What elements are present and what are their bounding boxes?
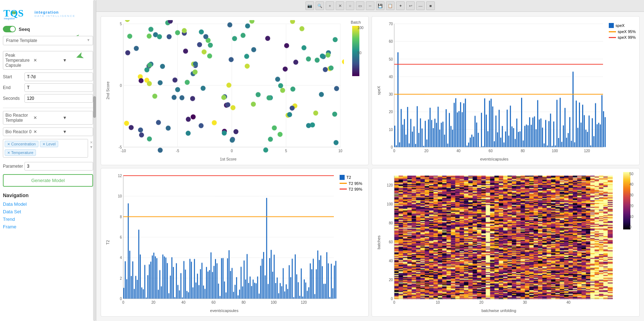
end-input[interactable]: T — [24, 83, 93, 92]
toolbar-copy[interactable]: 📋 — [386, 1, 395, 10]
spex-legend-bar-icon — [609, 23, 614, 28]
capsule-clear[interactable]: ✕ — [33, 58, 61, 63]
toolbar-camera[interactable]: 📷 — [305, 1, 314, 10]
main-content: 📷 🔍 + ✕ ○ ▭ ↔ 💾 📋 ✦ ↩ — ■ 2nd Score 1st … — [96, 0, 644, 321]
nav-data-set[interactable]: Data Set — [3, 208, 93, 215]
scatter-chart-panel: 2nd Score 1st Score Batch 100 50 — [101, 16, 369, 165]
charts-area: 2nd Score 1st Score Batch 100 50 — [96, 12, 644, 321]
spex-x-label: events\capsules — [383, 157, 606, 161]
toolbar-undo[interactable]: ↩ — [406, 1, 415, 10]
bio-reactor-selector[interactable]: Bio Reactor 0 ✕ ▼ — [3, 127, 93, 136]
toolbar: 📷 🔍 + ✕ ○ ▭ ↔ 💾 📋 ✦ ↩ — ■ — [96, 0, 644, 12]
bio-reactor-clear[interactable]: ✕ — [33, 129, 61, 134]
sidebar: T Q S › integration integration DATA INT… — [0, 0, 96, 321]
start-row: Start T-7d — [3, 73, 93, 81]
scatter-legend-title: Batch — [351, 20, 361, 24]
tag-level-x[interactable]: ✕ — [42, 142, 45, 146]
toolbar-cross[interactable]: ✕ — [336, 1, 344, 10]
seeq-toggle[interactable] — [3, 26, 16, 32]
end-label: End — [3, 85, 24, 90]
bio-reactor-template-selector[interactable]: Bio Reactor Template ✕ ▼ — [3, 111, 93, 125]
heatmap-panel: batches batchwise unfolding 50 40 30 20 … — [372, 168, 640, 317]
tag-level[interactable]: ✕ Level — [40, 141, 58, 147]
scatter-y-label: 2nd Score — [106, 82, 110, 99]
tag-concentration-x[interactable]: ✕ — [7, 142, 10, 146]
tag-concentration[interactable]: ✕ Concentration — [5, 141, 38, 147]
spex-y-label: speX — [377, 86, 381, 95]
spex-legend: speX speX 95% speX 99% — [609, 20, 636, 161]
t2-legend: T2 T2 95% T2 99% — [340, 172, 365, 313]
toolbar-circle[interactable]: ○ — [346, 1, 354, 10]
spex-legend-95-icon — [609, 31, 616, 32]
logo-area: T Q S › integration integration DATA INT… — [3, 3, 93, 26]
scatter-x-label: 1st Score — [112, 157, 344, 161]
parameter-input[interactable]: 3 — [24, 162, 93, 171]
legend-mid: 50 — [358, 51, 364, 55]
spex-legend-99: speX 99% — [609, 35, 636, 39]
nav-frame[interactable]: Frame — [3, 223, 93, 231]
nav-title: Navigation — [3, 192, 93, 198]
tags-clear[interactable]: ✕ — [90, 140, 93, 144]
bio-reactor-template-arrow[interactable]: ▼ — [63, 115, 91, 120]
t2-chart-panel: T2 events\capsules T2 T2 95% — [101, 168, 369, 317]
bio-reactor-value: Bio Reactor 0 — [5, 129, 33, 134]
toolbar-rect[interactable]: ▭ — [356, 1, 364, 10]
frame-template-select[interactable]: Frame Template — [3, 36, 93, 45]
bio-reactor-template-value: Bio Reactor Template — [5, 113, 33, 123]
spex-chart-panel: speX events\capsules speX speX 95% — [372, 16, 640, 165]
parameter-label: Parameter — [3, 164, 24, 169]
t2-x-label: events\capsules — [112, 308, 337, 313]
nav-trend[interactable]: Trend — [3, 215, 93, 223]
svg-text:integration: integration — [4, 17, 15, 20]
heatmap-canvas — [383, 172, 615, 308]
toolbar-arrows[interactable]: ↔ — [366, 1, 374, 10]
capsule-value: Peak Temperature Capsule — [5, 53, 33, 68]
seconds-label: Seconds — [3, 96, 24, 101]
tqs-logo: T Q S › integration — [3, 5, 32, 22]
tags-arrow[interactable]: ▼ — [89, 145, 93, 149]
svg-text:S: S — [18, 8, 23, 19]
start-input[interactable]: T-7d — [24, 73, 93, 81]
end-row: End T — [3, 83, 93, 92]
generate-model-button[interactable]: Generate Model — [3, 174, 93, 187]
start-label: Start — [3, 74, 24, 79]
heatmap-legend: 50 40 30 20 10 0 — [618, 172, 636, 313]
seconds-input[interactable]: 120 — [24, 94, 93, 103]
svg-text:T: T — [3, 8, 10, 19]
t2-legend-99-icon — [340, 189, 347, 190]
tag-temperature[interactable]: ✕ Temperature — [5, 149, 36, 156]
seconds-row: Seconds 120 — [3, 94, 93, 103]
heatmap-x-label: batchwise unfolding — [383, 308, 615, 313]
divider-1 — [3, 108, 93, 108]
t2-canvas — [112, 172, 337, 308]
tag-temperature-x[interactable]: ✕ — [7, 151, 10, 155]
tag-temperature-label: Temperature — [11, 150, 33, 155]
toolbar-save[interactable]: 💾 — [376, 1, 385, 10]
bio-reactor-arrow[interactable]: ▼ — [63, 129, 91, 134]
tag-level-label: Level — [46, 142, 56, 146]
svg-point-3 — [12, 11, 16, 14]
toolbar-zoom[interactable]: 🔍 — [316, 1, 324, 10]
tags-container: ✕ Concentration ✕ Level ✕ Temperature — [3, 139, 88, 158]
toolbar-star[interactable]: ✦ — [396, 1, 405, 10]
seeq-label: Seeq — [19, 27, 30, 32]
spex-legend-95: speX 95% — [609, 29, 636, 34]
toolbar-minus[interactable]: — — [416, 1, 425, 10]
scatter-legend: Batch 100 50 — [347, 20, 365, 161]
navigation-section: Navigation Data Model Data Set Trend Fra… — [3, 192, 93, 231]
spex-legend-99-icon — [609, 37, 616, 38]
nav-data-model[interactable]: Data Model — [3, 200, 93, 208]
svg-text:›: › — [13, 12, 14, 14]
spex-legend-bar: speX — [609, 23, 636, 28]
toolbar-square[interactable]: ■ — [426, 1, 435, 10]
legend-max: 100 — [358, 26, 364, 30]
t2-legend-95-icon — [340, 183, 347, 184]
toolbar-plus[interactable]: + — [326, 1, 334, 10]
sidebar-scrollbar[interactable] — [93, 0, 96, 321]
heatmap-y-label: batches — [377, 235, 381, 249]
bio-reactor-template-clear[interactable]: ✕ — [33, 115, 61, 120]
parameter-row: Parameter 3 — [3, 162, 93, 171]
t2-legend-bar: T2 — [340, 175, 365, 180]
t2-legend-95: T2 95% — [340, 181, 365, 186]
t2-y-label: T2 — [106, 240, 110, 245]
